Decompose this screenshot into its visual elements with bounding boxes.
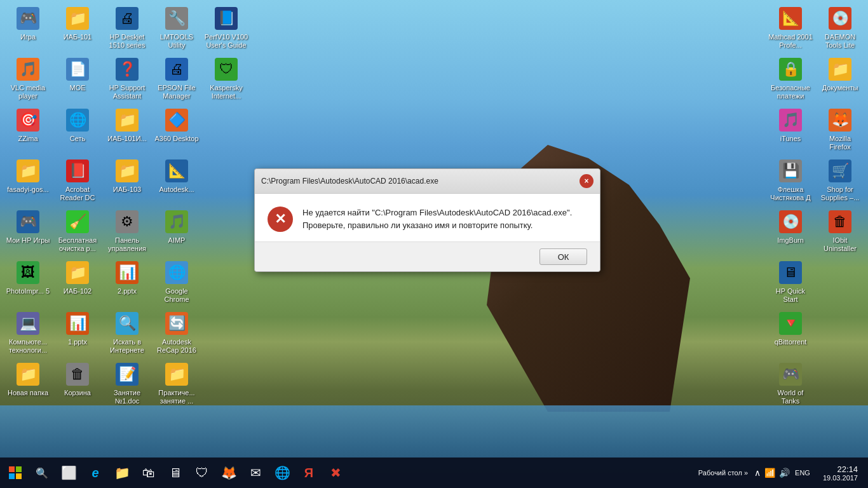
taskbar-clock[interactable]: 22:14 19.03.2017 [818,464,863,482]
taskbar-store[interactable]: 🛍 [136,460,161,485]
taskbar-desktop-label[interactable]: Рабочий стол » [698,469,748,477]
error-icon: ✕ [268,207,293,232]
taskbar-chrome[interactable]: 🌐 [269,460,295,485]
tray-volume[interactable]: 🔊 [779,468,790,478]
taskbar-yandex[interactable]: Я [296,460,322,485]
error-dialog: C:\Program Files\Autodesk\AutoCAD 2016\a… [254,168,600,272]
taskbar-antivirus[interactable]: 🛡 [189,460,215,485]
dialog-title: C:\Program Files\Autodesk\AutoCAD 2016\a… [261,177,580,186]
dialog-overlay: C:\Program Files\Autodesk\AutoCAD 2016\a… [0,0,868,488]
taskbar-firefox[interactable]: 🦊 [216,460,241,485]
taskbar-close[interactable]: ✖ [323,460,348,485]
dialog-close-button[interactable]: × [580,174,593,188]
taskbar-mail[interactable]: ✉ [243,460,268,485]
tray-network[interactable]: 📶 [764,468,775,478]
dialog-body: ✕ Не удается найти "C:\Program Files\Aut… [255,194,600,241]
tray-keyboard: ENG [794,469,811,477]
taskbar-edge[interactable]: e [83,460,108,485]
taskbar-right-area: Рабочий стол » ∧ 📶 🔊 ENG 22:14 19.03.201… [698,458,868,488]
taskbar-tray: ∧ 📶 🔊 ENG [750,468,815,478]
tray-chevron[interactable]: ∧ [754,468,761,478]
dialog-message: Не удается найти "C:\Program Files\Autod… [302,207,587,231]
taskbar-hp[interactable]: 🖥 [163,460,188,485]
dialog-titlebar: C:\Program Files\Autodesk\AutoCAD 2016\a… [255,169,600,194]
taskbar: 🔍 ⬜ e 📁 🛍 🖥 🛡 🦊 ✉ 🌐 Я ✖ Рабочий стол » ∧… [0,458,868,488]
taskbar-search-button[interactable]: 🔍 [31,458,53,488]
taskbar-start-button[interactable] [0,458,31,488]
taskbar-time: 22:14 [823,464,858,474]
taskbar-task-view[interactable]: ⬜ [56,460,81,485]
taskbar-date: 19.03.2017 [823,474,858,482]
windows-logo [9,466,22,479]
taskbar-pinned-items: ⬜ e 📁 🛍 🖥 🛡 🦊 ✉ 🌐 Я ✖ [56,458,348,488]
dialog-ok-button[interactable]: ОК [539,248,587,265]
dialog-footer: ОК [255,241,600,271]
taskbar-explorer[interactable]: 📁 [109,460,135,485]
desktop: 🎮 Игра 🎵 VLC media player 🎯 ZZima 📁 fasa… [0,0,868,488]
